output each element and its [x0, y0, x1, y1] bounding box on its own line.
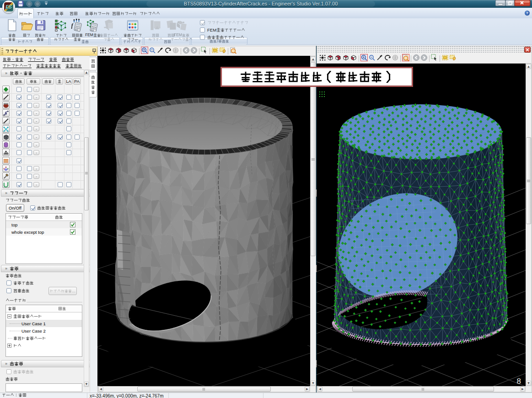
svg-text:f: f — [71, 23, 74, 29]
svg-text:8: 8 — [517, 377, 521, 386]
